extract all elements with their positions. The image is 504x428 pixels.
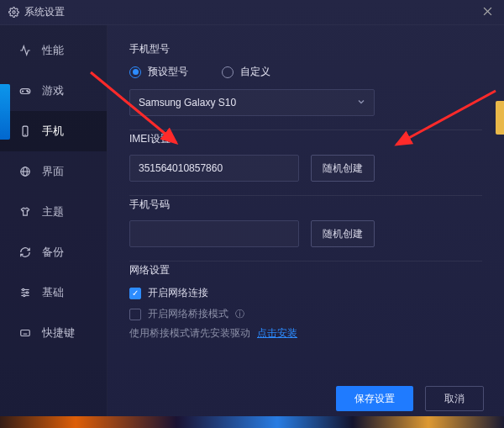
radio-label: 预设型号: [148, 65, 188, 79]
sidebar-item-label: 快捷键: [42, 325, 75, 341]
sidebar-item-label: 主题: [42, 204, 64, 219]
checkbox-label: 开启网络连接: [148, 286, 208, 300]
sidebar-item-shortcut[interactable]: 快捷键: [0, 313, 107, 353]
globe-icon: [18, 166, 32, 177]
phone-random-button[interactable]: 随机创建: [311, 220, 375, 247]
footer-buttons: 保存设置 取消: [336, 386, 484, 411]
phone-number-input[interactable]: [129, 220, 299, 247]
sidebar-item-label: 界面: [42, 164, 64, 179]
install-driver-link[interactable]: 点击安装: [257, 326, 297, 341]
sidebar-item-phone[interactable]: 手机: [0, 111, 107, 151]
content-pane: 手机型号 预设型号 自定义 Samsung Galaxy S10 IMEI设置: [108, 25, 504, 428]
sidebar-item-performance[interactable]: 性能: [0, 30, 107, 71]
checkbox-label: 开启网络桥接模式: [148, 307, 228, 321]
window-title: 系统设置: [24, 5, 65, 19]
sidebar-item-ui[interactable]: 界面: [0, 151, 107, 192]
chevron-down-icon: [357, 97, 365, 108]
info-icon: ⓘ: [235, 308, 244, 320]
cancel-button[interactable]: 取消: [425, 386, 484, 411]
shirt-icon: [18, 206, 32, 218]
button-label: 随机创建: [323, 227, 363, 241]
radio-icon: [129, 66, 141, 78]
refresh-icon: [18, 246, 32, 258]
phone-model-label: 手机型号: [129, 42, 482, 56]
imei-input[interactable]: 351564010857860: [129, 155, 299, 182]
network-label: 网络设置: [129, 263, 482, 277]
divider: [129, 261, 482, 262]
radio-custom-model[interactable]: 自定义: [222, 65, 270, 79]
settings-window: 系统设置 性能 游戏 手机 界面: [0, 0, 504, 428]
input-value: 351564010857860: [139, 162, 223, 174]
svg-point-0: [13, 11, 15, 13]
background-apps-strip: [0, 416, 504, 428]
bridge-hint: 使用桥接模式请先安装驱动: [129, 326, 250, 341]
checkbox-net-enable[interactable]: [129, 288, 141, 299]
radio-preset-model[interactable]: 预设型号: [129, 65, 188, 79]
sidebar-item-label: 性能: [42, 43, 64, 58]
sidebar-item-label: 基础: [42, 285, 64, 300]
sidebar-item-label: 手机: [42, 124, 64, 139]
close-icon[interactable]: [480, 7, 496, 18]
save-button[interactable]: 保存设置: [336, 386, 413, 411]
radio-label: 自定义: [240, 65, 270, 79]
titlebar: 系统设置: [0, 0, 504, 25]
divider: [129, 195, 482, 196]
button-label: 保存设置: [354, 393, 395, 404]
divider: [129, 129, 482, 130]
sidebar-item-theme[interactable]: 主题: [0, 192, 107, 232]
sidebar: 性能 游戏 手机 界面 主题 备份: [0, 25, 108, 428]
svg-point-7: [28, 92, 29, 92]
phone-icon: [18, 125, 32, 137]
button-label: 取消: [444, 393, 465, 404]
imei-label: IMEI设置: [129, 132, 482, 146]
sliders-icon: [18, 287, 32, 299]
svg-point-18: [24, 294, 25, 296]
radio-icon: [222, 66, 234, 78]
pulse-icon: [18, 45, 32, 56]
phone-model-select[interactable]: Samsung Galaxy S10: [129, 89, 375, 116]
svg-point-16: [23, 288, 24, 290]
sidebar-item-label: 备份: [42, 245, 64, 260]
button-label: 随机创建: [323, 161, 363, 176]
imei-random-button[interactable]: 随机创建: [311, 155, 375, 182]
sidebar-item-basic[interactable]: 基础: [0, 272, 107, 313]
checkbox-net-bridge[interactable]: [129, 309, 141, 320]
sidebar-item-game[interactable]: 游戏: [0, 71, 107, 111]
select-value: Samsung Galaxy S10: [139, 97, 236, 108]
sidebar-item-backup[interactable]: 备份: [0, 232, 107, 272]
svg-rect-19: [21, 330, 30, 336]
gamepad-icon: [18, 85, 32, 97]
sidebar-item-label: 游戏: [42, 83, 64, 98]
keyboard-icon: [18, 327, 32, 339]
gear-icon: [8, 7, 19, 18]
phone-number-label: 手机号码: [129, 198, 482, 212]
svg-point-17: [26, 292, 28, 293]
